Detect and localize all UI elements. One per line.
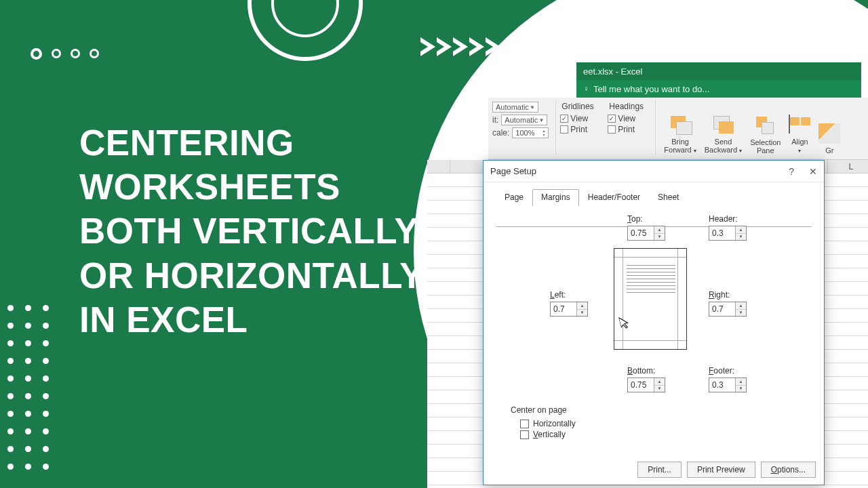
margin-header-group: Header: 0.3 ▲▼ [709,214,747,241]
bring-forward-button[interactable]: BringForward ▾ [660,102,700,156]
help-button[interactable]: ? [789,166,794,177]
deco-chevrons [420,37,500,56]
col-L[interactable]: L [828,160,869,173]
center-on-page-group: Center on page Horizontally Vertically [511,405,576,441]
margin-header-spinner[interactable]: 0.3 ▲▼ [709,226,747,241]
headings-view-checkbox[interactable]: ✓View [608,114,647,123]
hero-title: CENTERINGWORKSHEETSBOTH VERTICALLYOR HOR… [79,121,424,342]
margin-top-group: Top: 0.75 ▲▼ [627,214,665,241]
excel-screenshot: eet.xlsx - Excel ♀ Tell me what you want… [434,54,868,488]
dialog-tabs: Page Margins Header/Footer Sheet [496,189,816,206]
margin-right-group: Right: 0.7 ▲▼ [709,290,747,317]
dialog-title-bar: Page Setup ? ✕ [484,161,824,182]
headings-label: Headings [609,102,648,111]
spin-down-icon[interactable]: ▼ [654,234,665,241]
selection-pane-button[interactable]: SelectionPane [746,102,785,156]
headings-print-checkbox[interactable]: Print [608,125,647,134]
send-backward-icon [712,115,734,135]
chevron-down-icon: ▼ [530,104,535,110]
ribbon-arrange-group: BringForward ▾ SendBackward ▾ SelectionP… [656,100,851,155]
align-button[interactable]: Align▾ [785,102,814,156]
scale-spinner[interactable]: 100% ▲▼ [512,127,549,138]
margin-footer-group: Footer: 0.3 ▲▼ [709,366,747,392]
app-filename: eet.xlsx - Excel [583,66,642,77]
center-on-page-label: Center on page [511,405,576,415]
margin-left-spinner[interactable]: 0.7 ▲▼ [550,302,588,317]
bring-forward-icon [669,115,691,135]
margin-left-group: Left: 0.7 ▲▼ [550,290,588,317]
align-icon [789,115,810,135]
group-button[interactable]: Gr [814,102,844,156]
group-icon [818,123,840,144]
margins-pane: Top: 0.75 ▲▼ Header: 0.3 ▲▼ Left: [492,214,816,438]
dialog-buttons: Print... Print Preview Options... [637,462,816,478]
selection-pane-icon [755,115,776,136]
margin-right-spinner[interactable]: 0.7 ▲▼ [709,302,747,317]
ribbon-scale-group: Automatic▼ it: Automatic▼ cale: 100% ▲▼ [488,100,556,155]
close-button[interactable]: ✕ [809,166,817,177]
tell-me-text: Tell me what you want to do... [593,84,709,94]
app-title-bar: eet.xlsx - Excel [576,62,861,80]
page-setup-dialog: Page Setup ? ✕ Page Margins Header/Foote… [483,160,825,485]
print-button[interactable]: Print... [637,462,682,478]
gridlines-view-checkbox[interactable]: ✓View [560,114,599,123]
tab-header-footer[interactable]: Header/Footer [579,189,649,206]
bulb-icon: ♀ [583,84,589,94]
chevron-down-icon: ▼ [538,117,544,123]
ribbon-sheet-options: Gridlines Headings ✓View ✓View Print Pri… [556,100,656,155]
deco-circles [31,49,99,60]
margin-footer-spinner[interactable]: 0.3 ▲▼ [709,378,747,392]
page-preview [614,248,687,350]
tab-page[interactable]: Page [496,189,532,206]
deco-dots [0,305,49,481]
tab-sheet[interactable]: Sheet [649,189,688,206]
center-horizontally-checkbox[interactable]: Horizontally [520,419,576,428]
spin-up-icon[interactable]: ▲ [654,226,665,234]
ribbon: Automatic▼ it: Automatic▼ cale: 100% ▲▼ … [488,98,868,160]
margin-bottom-spinner[interactable]: 0.75 ▲▼ [627,378,665,392]
tell-me-bar[interactable]: ♀ Tell me what you want to do... [576,80,861,98]
width-select[interactable]: Automatic▼ [492,102,538,113]
options-button[interactable]: Options... [761,462,816,478]
margin-top-spinner[interactable]: 0.75 ▲▼ [627,226,665,241]
gridlines-label: Gridlines [561,102,601,111]
gridlines-print-checkbox[interactable]: Print [560,125,599,134]
dialog-title: Page Setup [490,166,536,176]
print-preview-button[interactable]: Print Preview [687,462,755,478]
tab-margins[interactable]: Margins [532,189,579,206]
margin-bottom-group: Bottom: 0.75 ▲▼ [627,366,665,392]
send-backward-button[interactable]: SendBackward ▾ [701,102,746,156]
height-select[interactable]: Automatic▼ [501,115,547,125]
center-vertically-checkbox[interactable]: Vertically [520,430,576,439]
